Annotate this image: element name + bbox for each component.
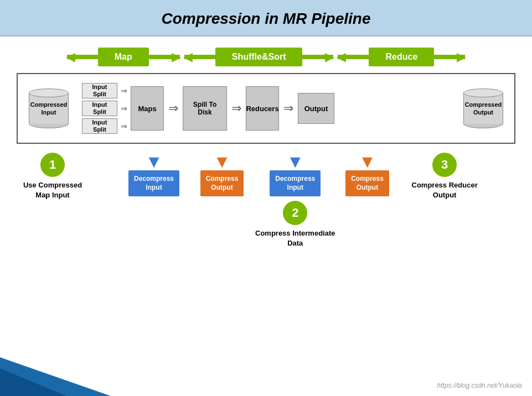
output-block: Output [298, 93, 334, 124]
decompress-input-btn-1[interactable]: DecompressInput [128, 170, 179, 196]
maps-to-spill-arrow: ⇒ [168, 101, 178, 116]
map-arrow-right: ▶ [149, 51, 180, 63]
split-row-1: InputSplit ⇒ [82, 83, 127, 98]
diagram-inner: CompressedInput InputSplit ⇒ InputSplit … [24, 83, 508, 134]
compressed-output-cylinder: CompressedOutput [459, 88, 508, 128]
bottom-decor-svg [0, 346, 111, 396]
reduce-arrow-left: ◀ [338, 51, 369, 63]
spill-block: Spill ToDisk [183, 86, 227, 131]
circle-3: 3 [432, 153, 457, 177]
split-box-2: InputSplit [82, 101, 117, 116]
circle-2: 2 [283, 201, 307, 225]
bottom-col-1: 1 Use CompressedMap Input [19, 153, 86, 200]
bottom-decor [0, 346, 111, 396]
down-arrow-3: ▼ [286, 153, 304, 170]
page-header: Compression in MR Pipeline [0, 0, 532, 37]
bottom-col-2: ▼ DecompressInput [118, 153, 190, 196]
split-row-2: InputSplit ⇒ [82, 101, 127, 116]
watermark: https://blog.csdn.net/Yukaola [437, 382, 522, 389]
map-box: Map [98, 48, 149, 66]
reduce-arrow-right: ▶ [434, 51, 465, 63]
compressed-input-label: CompressedInput [29, 101, 69, 117]
bottom-col-3: ▼ CompressOutput [194, 153, 250, 196]
circle-1: 1 [40, 153, 65, 177]
down-arrow-2: ▼ [213, 153, 231, 170]
down-arrow-4: ▼ [359, 153, 376, 170]
bottom-col-5: ▼ CompressOutput [340, 153, 395, 196]
split-box-3: InputSplit [82, 118, 117, 134]
label-1: Use CompressedMap Input [23, 180, 82, 200]
page-title: Compression in MR Pipeline [0, 10, 532, 28]
splits-column: InputSplit ⇒ InputSplit ⇒ InputSplit ⇒ [82, 83, 127, 134]
split-arrow-1: ⇒ [121, 86, 127, 95]
shuffle-arrow-right: ▶ [302, 51, 333, 63]
pipeline-row: ◀ Map ▶ ◀ Shuffle&Sort ▶ [17, 48, 515, 66]
spill-to-reducers-arrow: ⇒ [231, 101, 241, 116]
shuffle-box: Shuffle&Sort [215, 48, 303, 66]
split-arrow-3: ⇒ [121, 122, 127, 131]
compressed-output-label: CompressedOutput [463, 101, 503, 117]
compress-output-btn-2[interactable]: CompressOutput [345, 170, 389, 196]
maps-block: Maps [131, 86, 164, 131]
down-arrow-1: ▼ [145, 153, 163, 170]
decompress-input-btn-2[interactable]: DecompressInput [270, 170, 321, 196]
compressed-input-cylinder: CompressedInput [24, 88, 73, 128]
bottom-col-4: ▼ DecompressInput 2 Compress Intermediat… [255, 153, 335, 249]
split-box-1: InputSplit [82, 83, 117, 98]
main-content: ◀ Map ▶ ◀ Shuffle&Sort ▶ [0, 37, 532, 254]
split-arrow-2: ⇒ [121, 104, 127, 113]
diagram-box: CompressedInput InputSplit ⇒ InputSplit … [17, 73, 515, 144]
map-arrow-left: ◀ [67, 51, 98, 63]
reduce-box: Reduce [369, 48, 434, 66]
compress-output-btn-1[interactable]: CompressOutput [200, 170, 244, 196]
bottom-section: 1 Use CompressedMap Input ▼ DecompressIn… [17, 153, 515, 249]
bottom-col-6: 3 Compress ReducerOutput [412, 153, 478, 200]
reducers-block: Reducers [246, 86, 279, 131]
split-row-3: InputSplit ⇒ [82, 118, 127, 134]
reducers-to-output-arrow: ⇒ [283, 101, 293, 116]
label-3: Compress ReducerOutput [412, 180, 478, 200]
label-2: Compress IntermediateData [255, 228, 335, 248]
shuffle-arrow-left: ◀ [184, 51, 215, 63]
